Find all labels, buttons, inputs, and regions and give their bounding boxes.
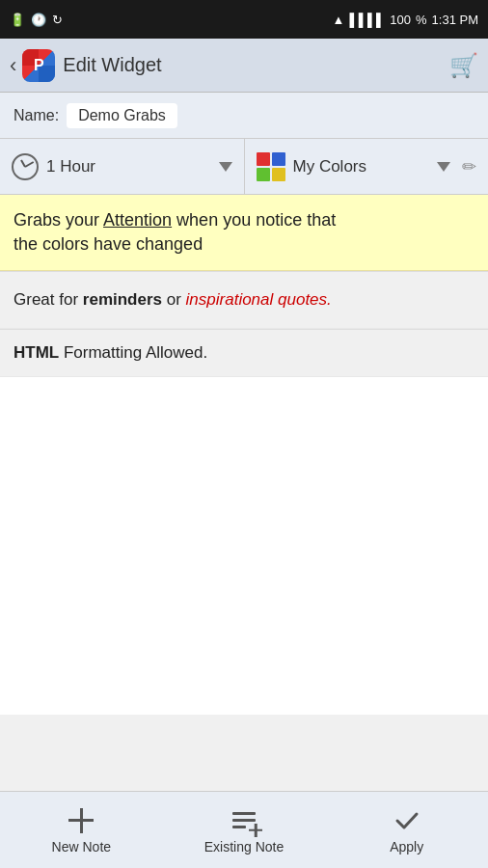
battery-percent: 100 — [390, 13, 411, 27]
name-row: Name: Demo Grabs — [0, 93, 488, 139]
info-section: Great for reminders or inspirational quo… — [0, 272, 488, 329]
hline-3 — [232, 826, 246, 828]
colors-selector[interactable]: My Colors ✏ — [245, 139, 489, 194]
existing-plus-icon — [249, 824, 262, 837]
plus-vertical — [80, 808, 83, 833]
color-blue — [272, 152, 285, 166]
attention-pre: Grabs your — [14, 210, 103, 230]
html-section: HTML Formatting Allowed. — [0, 330, 488, 377]
hour-dropdown-arrow — [219, 162, 232, 172]
existing-note-button[interactable]: Existing Note — [163, 797, 326, 864]
info-reminders: reminders — [83, 290, 162, 309]
attention-text: Grabs your Attention when you notice tha… — [14, 208, 474, 257]
blank-area — [0, 377, 488, 715]
clock-status-icon: 🕐 — [31, 13, 46, 27]
time-display: 1:31 PM — [432, 13, 478, 27]
hline-2 — [232, 819, 256, 822]
status-right: ▲ ▌▌▌▌ 100% 1:31 PM — [333, 13, 478, 27]
cart-icon[interactable]: 🛒 — [449, 52, 478, 79]
html-text: HTML Formatting Allowed. — [14, 343, 207, 362]
name-label: Name: — [14, 107, 59, 124]
new-note-label: New Note — [52, 839, 111, 854]
hour-label: 1 Hour — [46, 157, 211, 176]
sync-icon: ↻ — [52, 13, 63, 27]
app-icon: P — [22, 49, 55, 82]
main-content: Grabs your Attention when you notice tha… — [0, 195, 488, 868]
clock-minute-hand — [25, 161, 35, 168]
edit-icon[interactable]: ✏ — [462, 156, 476, 177]
color-green — [257, 168, 270, 181]
info-mid: or — [162, 290, 186, 309]
apply-check-icon — [393, 806, 421, 835]
signal-icon: ▌▌▌▌ — [349, 13, 385, 27]
colors-label: My Colors — [293, 157, 430, 176]
page-title: Edit Widget — [63, 54, 449, 76]
status-bar: 🔋 🕐 ↻ ▲ ▌▌▌▌ 100% 1:31 PM — [0, 0, 488, 39]
apply-button[interactable]: Apply — [325, 797, 488, 864]
title-bar: ‹ P Edit Widget 🛒 — [0, 39, 488, 93]
clock-icon — [12, 153, 39, 180]
status-left: 🔋 🕐 ↻ — [10, 13, 63, 27]
color-grid — [257, 152, 285, 181]
name-value[interactable]: Demo Grabs — [67, 103, 177, 128]
existing-note-icon — [230, 806, 258, 835]
hour-selector[interactable]: 1 Hour — [0, 139, 245, 194]
back-button[interactable]: ‹ — [10, 53, 16, 78]
app-icon-letter: P — [34, 57, 44, 74]
colors-dropdown-arrow — [437, 162, 450, 172]
apply-label: Apply — [390, 839, 423, 854]
attention-underline: Attention — [103, 210, 172, 230]
hline-1 — [232, 812, 256, 815]
color-red — [257, 152, 270, 166]
html-bold: HTML — [14, 343, 59, 362]
wifi-icon: ▲ — [333, 13, 345, 27]
new-note-button[interactable]: New Note — [0, 797, 163, 864]
battery-icon: 🔋 — [10, 13, 25, 27]
attention-box: Grabs your Attention when you notice tha… — [0, 195, 488, 271]
info-pre: Great for — [14, 290, 83, 309]
info-text: Great for reminders or inspirational quo… — [14, 290, 332, 309]
html-rest: Formatting Allowed. — [59, 343, 207, 362]
controls-row: 1 Hour My Colors ✏ — [0, 139, 488, 195]
info-quotes: inspirational quotes. — [186, 290, 332, 309]
new-note-icon — [67, 806, 95, 835]
existing-note-label: Existing Note — [204, 839, 284, 854]
color-yellow — [272, 168, 285, 181]
bottom-bar: New Note Existing Note Apply — [0, 791, 488, 868]
